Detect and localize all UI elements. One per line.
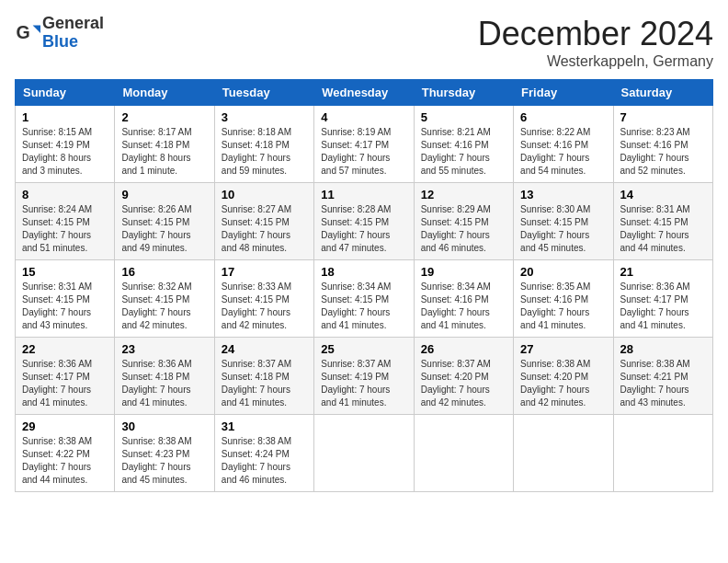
- calendar-day-cell: 20 Sunrise: 8:35 AM Sunset: 4:16 PM Dayl…: [514, 260, 613, 338]
- calendar-day-cell: 30 Sunrise: 8:38 AM Sunset: 4:23 PM Dayl…: [115, 415, 214, 492]
- calendar-day-cell: 26 Sunrise: 8:37 AM Sunset: 4:20 PM Dayl…: [414, 338, 513, 415]
- day-number: 23: [121, 342, 207, 356]
- day-number: 4: [321, 110, 406, 124]
- day-info: Sunrise: 8:36 AM Sunset: 4:17 PM Dayligh…: [22, 358, 108, 409]
- day-number: 18: [321, 265, 406, 279]
- calendar-day-cell: 5 Sunrise: 8:21 AM Sunset: 4:16 PM Dayli…: [414, 106, 513, 183]
- calendar-day-cell: 17 Sunrise: 8:33 AM Sunset: 4:15 PM Dayl…: [214, 260, 313, 338]
- day-info: Sunrise: 8:18 AM Sunset: 4:18 PM Dayligh…: [222, 126, 307, 178]
- day-info: Sunrise: 8:31 AM Sunset: 4:15 PM Dayligh…: [22, 281, 108, 332]
- day-number: 11: [321, 188, 406, 201]
- calendar-day-cell: [514, 415, 613, 492]
- day-info: Sunrise: 8:36 AM Sunset: 4:17 PM Dayligh…: [620, 281, 706, 332]
- calendar-day-cell: 18 Sunrise: 8:34 AM Sunset: 4:15 PM Dayl…: [314, 260, 414, 338]
- day-number: 26: [421, 342, 506, 356]
- day-info: Sunrise: 8:30 AM Sunset: 4:15 PM Dayligh…: [520, 203, 606, 255]
- day-info: Sunrise: 8:34 AM Sunset: 4:16 PM Dayligh…: [421, 281, 506, 332]
- calendar-day-cell: 15 Sunrise: 8:31 AM Sunset: 4:15 PM Dayl…: [16, 260, 115, 338]
- day-info: Sunrise: 8:21 AM Sunset: 4:16 PM Dayligh…: [421, 126, 506, 178]
- calendar-week-row: 8 Sunrise: 8:24 AM Sunset: 4:15 PM Dayli…: [16, 183, 713, 260]
- calendar-day-cell: 25 Sunrise: 8:37 AM Sunset: 4:19 PM Dayl…: [314, 338, 414, 415]
- calendar-day-cell: 16 Sunrise: 8:32 AM Sunset: 4:15 PM Dayl…: [115, 260, 214, 338]
- day-info: Sunrise: 8:38 AM Sunset: 4:23 PM Dayligh…: [121, 435, 207, 487]
- calendar-week-row: 15 Sunrise: 8:31 AM Sunset: 4:15 PM Dayl…: [16, 260, 713, 338]
- day-info: Sunrise: 8:28 AM Sunset: 4:15 PM Dayligh…: [321, 203, 406, 255]
- weekday-header: Tuesday: [214, 80, 313, 106]
- day-info: Sunrise: 8:23 AM Sunset: 4:16 PM Dayligh…: [620, 126, 706, 178]
- day-number: 2: [121, 110, 207, 124]
- day-info: Sunrise: 8:32 AM Sunset: 4:15 PM Dayligh…: [121, 281, 207, 332]
- day-number: 31: [222, 419, 307, 433]
- day-number: 14: [620, 188, 706, 201]
- day-info: Sunrise: 8:24 AM Sunset: 4:15 PM Dayligh…: [22, 203, 108, 255]
- calendar-day-cell: 8 Sunrise: 8:24 AM Sunset: 4:15 PM Dayli…: [16, 183, 115, 260]
- day-number: 1: [22, 110, 108, 124]
- day-info: Sunrise: 8:15 AM Sunset: 4:19 PM Dayligh…: [22, 126, 108, 178]
- calendar-day-cell: 22 Sunrise: 8:36 AM Sunset: 4:17 PM Dayl…: [16, 338, 115, 415]
- calendar-day-cell: 29 Sunrise: 8:38 AM Sunset: 4:22 PM Dayl…: [16, 415, 115, 492]
- day-number: 25: [321, 342, 406, 356]
- day-number: 16: [121, 265, 207, 279]
- svg-marker-1: [33, 25, 40, 32]
- day-info: Sunrise: 8:38 AM Sunset: 4:24 PM Dayligh…: [222, 435, 307, 487]
- day-info: Sunrise: 8:22 AM Sunset: 4:16 PM Dayligh…: [520, 126, 606, 178]
- calendar-day-cell: 23 Sunrise: 8:36 AM Sunset: 4:18 PM Dayl…: [115, 338, 214, 415]
- logo: G General Blue: [15, 15, 104, 52]
- calendar-day-cell: 19 Sunrise: 8:34 AM Sunset: 4:16 PM Dayl…: [414, 260, 513, 338]
- calendar-day-cell: 13 Sunrise: 8:30 AM Sunset: 4:15 PM Dayl…: [514, 183, 613, 260]
- weekday-header: Friday: [514, 80, 613, 106]
- day-info: Sunrise: 8:38 AM Sunset: 4:22 PM Dayligh…: [22, 435, 108, 487]
- calendar-day-cell: 10 Sunrise: 8:27 AM Sunset: 4:15 PM Dayl…: [214, 183, 313, 260]
- weekday-header: Wednesday: [314, 80, 414, 106]
- calendar-day-cell: 27 Sunrise: 8:38 AM Sunset: 4:20 PM Dayl…: [514, 338, 613, 415]
- day-info: Sunrise: 8:37 AM Sunset: 4:20 PM Dayligh…: [421, 358, 506, 409]
- day-number: 30: [121, 419, 207, 433]
- weekday-header: Saturday: [613, 80, 712, 106]
- calendar-day-cell: 7 Sunrise: 8:23 AM Sunset: 4:16 PM Dayli…: [613, 106, 712, 183]
- day-number: 22: [22, 342, 108, 356]
- weekday-header-row: SundayMondayTuesdayWednesdayThursdayFrid…: [16, 80, 713, 106]
- calendar-day-cell: [613, 415, 712, 492]
- day-number: 9: [121, 188, 207, 201]
- weekday-header: Sunday: [16, 80, 115, 106]
- calendar-day-cell: [414, 415, 513, 492]
- calendar-day-cell: 31 Sunrise: 8:38 AM Sunset: 4:24 PM Dayl…: [214, 415, 313, 492]
- day-number: 10: [222, 188, 307, 201]
- calendar-week-row: 29 Sunrise: 8:38 AM Sunset: 4:22 PM Dayl…: [16, 415, 713, 492]
- weekday-header: Monday: [115, 80, 214, 106]
- day-info: Sunrise: 8:17 AM Sunset: 4:18 PM Dayligh…: [121, 126, 207, 178]
- weekday-header: Thursday: [414, 80, 513, 106]
- location-title: Westerkappeln, Germany: [478, 53, 713, 70]
- day-info: Sunrise: 8:37 AM Sunset: 4:19 PM Dayligh…: [321, 358, 406, 409]
- day-number: 3: [222, 110, 307, 124]
- day-number: 20: [520, 265, 606, 279]
- calendar-day-cell: 11 Sunrise: 8:28 AM Sunset: 4:15 PM Dayl…: [314, 183, 414, 260]
- calendar-day-cell: 28 Sunrise: 8:38 AM Sunset: 4:21 PM Dayl…: [613, 338, 712, 415]
- day-number: 7: [620, 110, 706, 124]
- day-number: 8: [22, 188, 108, 201]
- svg-text:G: G: [16, 21, 29, 41]
- day-info: Sunrise: 8:38 AM Sunset: 4:21 PM Dayligh…: [620, 358, 706, 409]
- calendar-day-cell: 3 Sunrise: 8:18 AM Sunset: 4:18 PM Dayli…: [214, 106, 313, 183]
- day-number: 13: [520, 188, 606, 201]
- day-info: Sunrise: 8:27 AM Sunset: 4:15 PM Dayligh…: [222, 203, 307, 255]
- day-info: Sunrise: 8:19 AM Sunset: 4:17 PM Dayligh…: [321, 126, 406, 178]
- calendar-day-cell: 9 Sunrise: 8:26 AM Sunset: 4:15 PM Dayli…: [115, 183, 214, 260]
- day-number: 15: [22, 265, 108, 279]
- day-number: 17: [222, 265, 307, 279]
- calendar-day-cell: 14 Sunrise: 8:31 AM Sunset: 4:15 PM Dayl…: [613, 183, 712, 260]
- day-number: 27: [520, 342, 606, 356]
- day-info: Sunrise: 8:38 AM Sunset: 4:20 PM Dayligh…: [520, 358, 606, 409]
- calendar-day-cell: [314, 415, 414, 492]
- logo-icon: G: [15, 20, 40, 46]
- day-number: 21: [620, 265, 706, 279]
- day-info: Sunrise: 8:34 AM Sunset: 4:15 PM Dayligh…: [321, 281, 406, 332]
- day-number: 5: [421, 110, 506, 124]
- day-number: 6: [520, 110, 606, 124]
- calendar-day-cell: 6 Sunrise: 8:22 AM Sunset: 4:16 PM Dayli…: [514, 106, 613, 183]
- month-title: December 2024: [478, 15, 713, 53]
- calendar-day-cell: 2 Sunrise: 8:17 AM Sunset: 4:18 PM Dayli…: [115, 106, 214, 183]
- day-info: Sunrise: 8:35 AM Sunset: 4:16 PM Dayligh…: [520, 281, 606, 332]
- calendar-day-cell: 24 Sunrise: 8:37 AM Sunset: 4:18 PM Dayl…: [214, 338, 313, 415]
- calendar-day-cell: 1 Sunrise: 8:15 AM Sunset: 4:19 PM Dayli…: [16, 106, 115, 183]
